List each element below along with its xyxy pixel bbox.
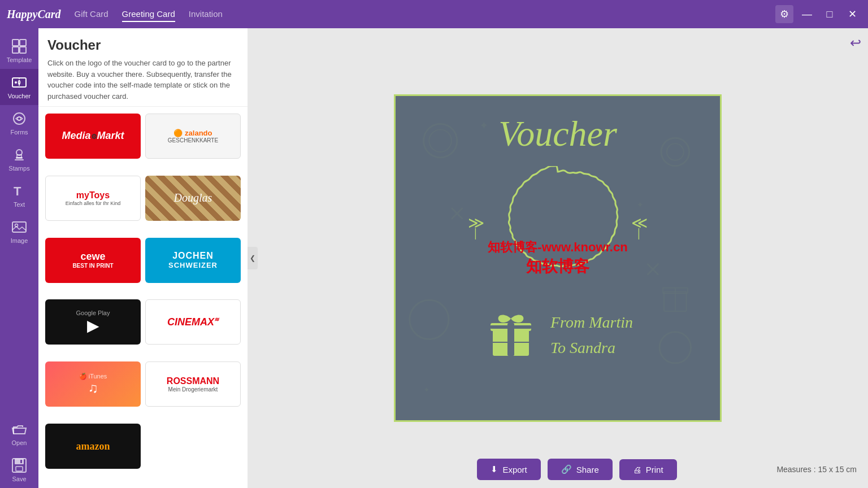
sidebar-item-template[interactable]: Template <box>0 33 38 69</box>
voucher-jochen-label: JOCHEN SCHWEIZER <box>164 246 222 274</box>
svg-rect-1 <box>20 40 26 46</box>
print-icon: 🖨 <box>633 465 641 474</box>
maximize-button[interactable]: □ <box>821 5 839 23</box>
sidebar-label-forms: Forms <box>10 129 28 136</box>
text-icon: T <box>11 183 27 199</box>
card-badge-area: ≫ — ≪ — <box>396 166 720 290</box>
print-button[interactable]: 🖨 Print <box>619 459 677 480</box>
minimize-button[interactable]: — <box>798 5 816 23</box>
panel-collapse-button[interactable]: ❮ <box>248 247 258 269</box>
svg-rect-17 <box>16 467 23 471</box>
card-to: To Sandra <box>550 336 633 361</box>
voucher-jochen[interactable]: JOCHEN SCHWEIZER <box>145 238 241 283</box>
voucher-cinemax[interactable]: CINEMAX≋ <box>145 299 241 345</box>
voucher-grid: Media⚙Markt 🟠 zalando GESCHENKKARTE myTo… <box>38 107 248 488</box>
sidebar-item-text[interactable]: T Text <box>0 177 38 213</box>
undo-button[interactable]: ↩ <box>850 35 861 51</box>
card-from-to: From Martin To Sandra <box>550 310 633 361</box>
svg-rect-11 <box>15 159 24 160</box>
export-label: Export <box>502 465 527 474</box>
nav-invitation[interactable]: Invitation <box>189 7 223 22</box>
panel-description: Click on the logo of the voucher card to… <box>47 58 238 102</box>
svg-rect-13 <box>12 222 26 232</box>
icon-sidebar: Template Voucher Forms <box>0 28 38 488</box>
voucher-cewe-label: cewe BEST IN PRINT <box>68 246 118 274</box>
scallop-badge <box>496 166 620 290</box>
svg-rect-18 <box>20 460 22 463</box>
sidebar-item-forms[interactable]: Forms <box>0 105 38 141</box>
panel-header: Voucher Click on the logo of the voucher… <box>38 28 248 107</box>
sidebar-item-voucher[interactable]: Voucher <box>0 69 38 105</box>
svg-text:T: T <box>14 184 21 198</box>
canvas-area: ↩ <box>248 28 868 488</box>
voucher-zalando[interactable]: 🟠 zalando GESCHENKKARTE <box>145 114 241 159</box>
share-icon: 🔗 <box>561 464 572 474</box>
forms-icon <box>11 111 27 127</box>
bottom-action-bar: ⬇ Export 🔗 Share 🖨 Print Measures : 15 x… <box>286 451 868 488</box>
window-controls: ⚙ — □ ✕ <box>775 5 861 23</box>
panel-title: Voucher <box>47 37 238 53</box>
print-label: Print <box>646 465 663 474</box>
sidebar-item-open[interactable]: Open <box>0 416 38 452</box>
svg-rect-10 <box>17 155 21 158</box>
sidebar-bottom: Open Save <box>0 416 38 488</box>
svg-rect-0 <box>12 40 19 46</box>
voucher-mediamarkt[interactable]: Media⚙Markt <box>45 114 141 159</box>
card-preview[interactable]: ✦ ✦ ✦ Voucher ≫ — ≪ <box>394 94 722 422</box>
voucher-cewe[interactable]: cewe BEST IN PRINT <box>45 238 141 283</box>
titlebar: HappyCard Gift Card Greeting Card Invita… <box>0 0 868 28</box>
voucher-rossmann[interactable]: ROSSMANN Mein Drogeriemarkt <box>145 361 241 407</box>
svg-rect-2 <box>12 47 19 53</box>
sidebar-item-stamps[interactable]: Stamps <box>0 141 38 177</box>
sidebar-item-image[interactable]: Image <box>0 213 38 250</box>
measures-info: Measures : 15 x 15 cm <box>776 465 857 474</box>
svg-text:✦: ✦ <box>423 385 430 394</box>
measures-label: Measures : <box>776 465 815 474</box>
svg-point-5 <box>15 81 17 84</box>
voucher-googleplay[interactable]: Google Play ▶ <box>45 299 141 345</box>
app-logo: HappyCard <box>7 8 61 21</box>
voucher-itunes[interactable]: 🍎 iTunes ♫ <box>45 361 141 407</box>
sidebar-item-save[interactable]: Save <box>0 452 38 488</box>
card-title: Voucher <box>396 113 720 155</box>
nav-gift-card[interactable]: Gift Card <box>75 7 108 22</box>
gift-icon <box>483 307 539 364</box>
open-icon <box>11 421 27 437</box>
sidebar-label-open: Open <box>12 439 27 446</box>
sidebar-label-image: Image <box>11 237 28 244</box>
settings-button[interactable]: ⚙ <box>775 5 793 23</box>
export-icon: ⬇ <box>491 464 498 474</box>
sidebar-label-voucher: Voucher <box>8 93 31 99</box>
voucher-panel: Voucher Click on the logo of the voucher… <box>38 28 248 488</box>
badge-arrow-right: ≪ — <box>631 213 648 243</box>
close-button[interactable]: ✕ <box>843 5 861 23</box>
nav-greeting-card[interactable]: Greeting Card <box>122 7 175 22</box>
svg-rect-3 <box>20 47 26 53</box>
svg-rect-16 <box>15 459 24 464</box>
main-layout: Template Voucher Forms <box>0 28 868 488</box>
image-icon <box>11 219 27 235</box>
nav-bar: Gift Card Greeting Card Invitation <box>75 7 775 22</box>
export-button[interactable]: ⬇ Export <box>477 459 540 480</box>
card-from: From Martin <box>550 310 633 336</box>
share-button[interactable]: 🔗 Share <box>548 459 613 480</box>
voucher-douglas[interactable]: Douglas <box>145 176 241 221</box>
card-bottom: From Martin To Sandra <box>396 307 720 364</box>
voucher-amazon[interactable]: amazon <box>45 424 141 469</box>
share-label: Share <box>576 465 599 474</box>
voucher-mediamarkt-label: Media⚙Markt <box>57 125 128 147</box>
svg-point-7 <box>18 117 21 120</box>
sidebar-label-text: Text <box>14 201 25 208</box>
sidebar-label-stamps: Stamps <box>8 165 29 172</box>
save-icon <box>11 457 27 473</box>
sidebar-label-save: Save <box>12 476 26 482</box>
svg-rect-34 <box>491 325 531 329</box>
badge-arrow-left: ≫ — <box>468 213 484 243</box>
voucher-icon <box>11 75 27 90</box>
sidebar-label-template: Template <box>7 56 32 63</box>
stamps-icon <box>11 147 27 163</box>
measures-value: 15 x 15 cm <box>818 465 857 474</box>
voucher-mytoys[interactable]: myToys Einfach alles für Ihr Kind <box>45 176 141 221</box>
template-icon <box>11 38 27 54</box>
